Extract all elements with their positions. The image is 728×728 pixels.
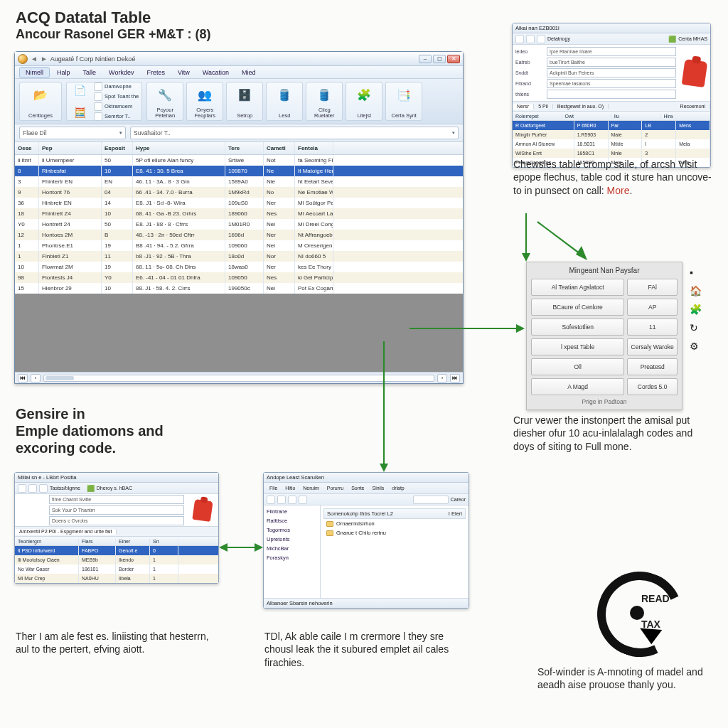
tool-icon[interactable] (28, 484, 37, 493)
table-row[interactable]: 98Fiontests J4Y0E6. -41 - 04 - 01 01 Dhf… (15, 272, 463, 283)
table-row[interactable]: Amnon Al Stonew18.5031MtidelMela (513, 139, 710, 149)
mini-icon[interactable] (94, 82, 102, 91)
document-icon[interactable]: 📄 (70, 80, 90, 100)
text-field[interactable]: Speemae lasalons (547, 79, 676, 88)
horizontal-scrollbar[interactable]: ⏮ ‹ › ⏭ (15, 372, 463, 383)
table-row[interactable]: lt PSD InflurwerdFABPOGenolt e0 (15, 546, 218, 555)
column-header[interactable]: Einer (116, 539, 150, 544)
ribbon-button[interactable]: 🗄️Setrop (226, 82, 263, 121)
column-header[interactable]: Hira (661, 114, 711, 119)
menu-item[interactable]: Nimell (19, 67, 50, 78)
ribbon-small-item[interactable]: Spot Toant the (94, 92, 139, 101)
table-row[interactable]: 12Hontoes 2MB48. -13 · 2n · 50ed Cftrr16… (15, 230, 463, 240)
text-field[interactable]: Ackpinli Bun Feirers (547, 68, 676, 77)
nav-item[interactable]: MichcBar (267, 545, 317, 552)
folder-open-icon[interactable]: 📂 (31, 85, 50, 105)
gear-icon[interactable]: ⚙ (690, 341, 702, 352)
menu-item[interactable]: Hitio (282, 486, 298, 491)
dialog-button[interactable]: l xpest Table (531, 338, 624, 355)
scroll-thumb[interactable] (46, 376, 74, 380)
data-grid[interactable]: OesePepEspositHypeTereCametlFentela li i… (15, 142, 463, 383)
nav-back-icon[interactable]: ◄ (31, 55, 38, 63)
column-header[interactable]: Rolerrepet (513, 114, 562, 119)
menu-item[interactable]: Halp (51, 68, 76, 77)
tool-icon[interactable] (39, 484, 48, 493)
menu-item[interactable]: Fretes (141, 68, 171, 77)
ribbon-button[interactable]: 📑Certa Synt (385, 82, 422, 121)
menu-item[interactable]: Vitw (172, 68, 196, 77)
table-row[interactable]: Mi Mur CrepNA0HUIibela1 (15, 574, 218, 583)
dialog-button[interactable]: 11 (627, 318, 678, 336)
tab[interactable]: Nersr (513, 104, 534, 109)
column-header[interactable]: Teonlergrn (15, 539, 79, 544)
ribbon-button[interactable]: 🧩Litejst (346, 82, 382, 121)
scroll-right-icon[interactable]: › (437, 374, 447, 382)
table-row[interactable]: R OatfortgeetP 6fl0R0ParLBMens (513, 121, 710, 130)
scroll-track[interactable] (43, 375, 434, 382)
dialog-button[interactable]: Sofestotlien (531, 318, 624, 336)
menu-item[interactable]: Talle (77, 68, 102, 77)
office-orb-icon[interactable] (18, 54, 28, 64)
refresh-icon[interactable]: ↻ (690, 322, 702, 333)
mini-icon[interactable] (94, 92, 102, 101)
column-header[interactable]: Flars (79, 539, 116, 544)
column-header[interactable]: Fentela (295, 142, 333, 154)
table-row[interactable]: No War Gaser186101Border1 (15, 564, 218, 574)
tool-icon[interactable] (537, 35, 545, 43)
dialog-button[interactable]: AP (627, 299, 678, 316)
menu-item[interactable]: Sinils (370, 486, 387, 491)
target-icon[interactable]: ▪ (690, 267, 702, 278)
nav-item[interactable]: Ratttisce (267, 518, 317, 524)
table-row[interactable]: 36Hinbretr EN14E8. J1 · Sd -8- Wira109uS… (15, 198, 463, 208)
nav-item[interactable]: Flintrane (267, 508, 317, 515)
nav-item[interactable]: Togormos (267, 527, 317, 533)
mini-titlebar[interactable]: Mlilal sn e - LBört Positia (15, 473, 218, 483)
column-header[interactable]: Sn (150, 539, 178, 544)
ribbon-button[interactable]: 🛢️Lesd (266, 82, 303, 121)
text-field[interactable]: bueTlrort Baithe (547, 58, 676, 67)
dialog-button[interactable]: Preatesd (627, 358, 678, 375)
table-row[interactable]: WiSthe Emt1858C1Mnle3 (513, 149, 710, 158)
table-row[interactable]: 3Fhintertr ENEN46. 11 · 3A.. 8 · 3 Gin15… (15, 176, 463, 187)
close-button[interactable]: ✕ (447, 55, 460, 63)
table-row[interactable]: Y0Hontrett 2450E8. J1 · 88 · 8 · Cfrrs1M… (15, 219, 463, 230)
table-row[interactable]: li itmtli Umempeer505P ofl ellure Alan f… (15, 155, 463, 166)
file-item[interactable]: OrnaemidsIrhon (323, 519, 466, 528)
text-field[interactable]: fime Charnt Svilte (49, 495, 184, 504)
table-row[interactable]: 9Hontont 760466 .41 · 34. 7.0 · Burra1M9… (15, 187, 463, 198)
dialog-button[interactable]: Cordes 5.0 (627, 378, 678, 395)
menu-item[interactable]: Wacation (197, 68, 235, 77)
mini-icon[interactable] (94, 102, 102, 111)
ribbon-small-item[interactable]: Oktramoem (94, 102, 139, 111)
table-row[interactable]: lli Mootolsoy CiaenMEB9bIkendo1 (15, 555, 218, 564)
tab[interactable]: 5 Pil (534, 104, 553, 109)
table-row[interactable]: 15Hienbror 291088. J1 · 58. 4. 2. Cirrs1… (15, 283, 463, 294)
maximize-button[interactable]: ◻ (433, 55, 446, 63)
search-box[interactable] (413, 496, 449, 504)
menu-item[interactable]: File (267, 486, 280, 491)
nav-item[interactable]: Foraskyn (267, 555, 317, 561)
column-header[interactable]: Owt (562, 114, 612, 119)
menu-item[interactable]: Porurru (324, 486, 346, 491)
tool-icon[interactable] (299, 496, 307, 504)
text-field[interactable]: Sok Your D Thantm (49, 505, 184, 515)
nav-tree[interactable]: FlintraneRatttisceTogormosUpretontsMichc… (264, 505, 321, 598)
column-header[interactable]: Hype (133, 142, 225, 154)
text-field[interactable]: Ipre Rlannae Inlare (547, 47, 676, 56)
column-header[interactable]: Oese (15, 142, 39, 154)
text-field[interactable] (547, 90, 676, 99)
tab-right[interactable]: Recoemoni (676, 104, 710, 109)
table-row[interactable]: 1Phontrse.E119B8 .41 · 94. - 5.2. Gfrra1… (15, 240, 463, 251)
minimize-button[interactable]: – (419, 55, 432, 63)
home-icon[interactable]: 🏠 (690, 285, 702, 296)
column-header[interactable]: Esposit (102, 142, 133, 154)
filter-dropdown-2[interactable]: Suvähaitor T..▾ (130, 127, 459, 139)
tool-icon[interactable] (267, 496, 275, 504)
text-field[interactable]: Doens c Ovrotrs (49, 516, 184, 525)
table-row[interactable]: 18Fhintrett Z41068. 41 · Ga -B 23. Orhrs… (15, 208, 463, 219)
tab[interactable]: lllestgewet in auo. O) (553, 104, 609, 109)
menu-item[interactable]: Mied (236, 68, 262, 77)
mini-icon[interactable] (94, 112, 102, 121)
tool-icon[interactable] (288, 496, 296, 504)
nav-item[interactable]: Upretonts (267, 536, 317, 542)
